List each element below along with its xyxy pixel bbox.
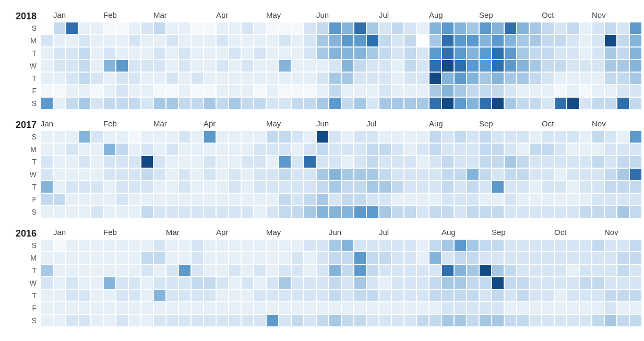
day-cell: [129, 98, 140, 109]
day-cell: [379, 48, 391, 59]
day-cell: [104, 265, 115, 276]
day-cell: [41, 98, 53, 109]
day-cell: [442, 98, 454, 109]
day-cell: [542, 48, 554, 59]
day-cell: [166, 265, 178, 276]
day-cell: [542, 156, 554, 168]
day-cell: [430, 144, 441, 155]
day-cell: [592, 290, 604, 301]
day-cell: [129, 181, 140, 193]
month-label: Feb: [103, 10, 117, 19]
day-cell: [342, 144, 353, 155]
day-cell: [517, 206, 529, 218]
dow-label: S: [4, 97, 41, 110]
day-cell: [630, 240, 641, 251]
day-cell: [154, 156, 165, 168]
day-cell: [404, 315, 416, 326]
day-cell: [317, 206, 328, 218]
day-cell: [204, 144, 216, 155]
day-cell: [430, 156, 441, 168]
month-label: Feb: [103, 119, 117, 128]
day-cell: [555, 252, 566, 264]
day-cell: [542, 265, 554, 276]
day-cell: [592, 22, 604, 34]
week-strip: [41, 206, 642, 218]
day-cell: [317, 85, 328, 97]
day-cell: [605, 35, 616, 46]
day-cell: [41, 131, 53, 143]
day-cell: [66, 48, 78, 59]
day-cell: [580, 169, 591, 180]
day-cell: [267, 240, 278, 251]
week-strip: [41, 277, 642, 289]
day-cell: [204, 60, 216, 72]
day-cell: [567, 181, 579, 193]
day-cell: [367, 302, 378, 314]
day-cell: [254, 98, 266, 109]
day-cell: [154, 265, 165, 276]
day-cell: [66, 181, 78, 193]
day-cell: [129, 144, 140, 155]
day-cell: [354, 240, 366, 251]
day-cell: [141, 131, 153, 143]
day-cell: [129, 240, 140, 251]
day-cell: [480, 252, 491, 264]
day-cell: [166, 60, 178, 72]
day-cell: [530, 169, 541, 180]
month-label: Mar: [153, 119, 167, 128]
day-cell: [455, 85, 466, 97]
day-cell: [317, 73, 328, 84]
day-cell: [217, 156, 228, 168]
day-cell: [417, 206, 428, 218]
day-cell: [217, 252, 228, 264]
day-cell: [379, 169, 391, 180]
dow-row: T: [4, 264, 644, 277]
day-cell: [242, 35, 253, 46]
day-cell: [242, 98, 253, 109]
day-cell: [166, 277, 178, 289]
day-cell: [141, 315, 153, 326]
day-cell: [555, 315, 566, 326]
day-cell: [204, 156, 216, 168]
day-cell: [605, 48, 616, 59]
day-cell: [304, 85, 316, 97]
day-cell: [367, 35, 378, 46]
day-cell: [192, 85, 203, 97]
month-label: Sep: [479, 119, 493, 128]
dow-row: S: [4, 206, 644, 218]
day-cell: [229, 48, 241, 59]
day-cell: [292, 302, 303, 314]
day-cell: [179, 22, 190, 34]
day-cell: [317, 290, 328, 301]
day-cell: [329, 35, 341, 46]
day-cell: [116, 290, 128, 301]
day-cell: [242, 240, 253, 251]
day-cell: [530, 48, 541, 59]
day-cell: [404, 156, 416, 168]
day-cell: [229, 315, 241, 326]
day-cell: [292, 131, 303, 143]
day-cell: [242, 169, 253, 180]
month-label: Jun: [316, 10, 329, 19]
day-cell: [254, 169, 266, 180]
day-cell: [505, 315, 516, 326]
day-cell: [141, 181, 153, 193]
day-cell: [542, 22, 554, 34]
day-cell: [605, 73, 616, 84]
day-cell: [505, 169, 516, 180]
day-cell: [116, 131, 128, 143]
day-cell: [279, 73, 291, 84]
day-cell: [329, 85, 341, 97]
day-cell: [342, 98, 353, 109]
day-cell: [91, 181, 103, 193]
day-cell: [179, 98, 190, 109]
day-cell: [329, 290, 341, 301]
day-cell: [317, 252, 328, 264]
day-cell: [592, 206, 604, 218]
day-cell: [367, 73, 378, 84]
day-cell: [254, 290, 266, 301]
dow-row: F: [4, 193, 644, 206]
dow-row: S: [4, 239, 644, 252]
day-cell: [91, 277, 103, 289]
week-strip: [41, 289, 642, 302]
